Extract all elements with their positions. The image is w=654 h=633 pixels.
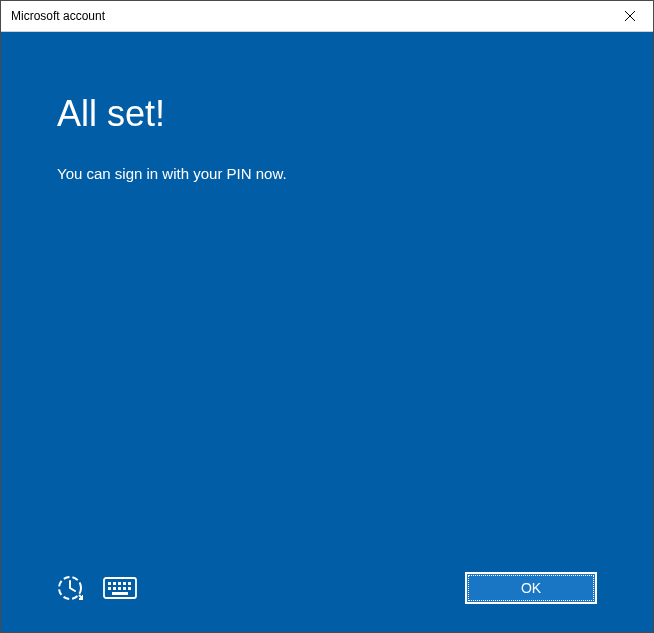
ease-of-access-icon bbox=[57, 575, 83, 601]
svg-rect-7 bbox=[123, 582, 126, 585]
svg-rect-9 bbox=[108, 587, 111, 590]
svg-rect-12 bbox=[123, 587, 126, 590]
close-icon bbox=[625, 11, 635, 21]
svg-rect-10 bbox=[113, 587, 116, 590]
ease-of-access-button[interactable] bbox=[57, 575, 83, 601]
on-screen-keyboard-button[interactable] bbox=[103, 577, 137, 599]
page-heading: All set! bbox=[57, 92, 597, 135]
svg-rect-8 bbox=[128, 582, 131, 585]
svg-rect-14 bbox=[112, 592, 128, 595]
svg-rect-13 bbox=[128, 587, 131, 590]
svg-rect-6 bbox=[118, 582, 121, 585]
page-message: You can sign in with your PIN now. bbox=[57, 165, 597, 182]
keyboard-icon bbox=[103, 577, 137, 599]
svg-rect-11 bbox=[118, 587, 121, 590]
window: Microsoft account All set! You can sign … bbox=[0, 0, 654, 633]
close-button[interactable] bbox=[607, 1, 653, 32]
ok-button[interactable]: OK bbox=[465, 572, 597, 604]
footer-left bbox=[57, 575, 137, 601]
svg-rect-5 bbox=[113, 582, 116, 585]
content-area: All set! You can sign in with your PIN n… bbox=[1, 32, 653, 632]
titlebar: Microsoft account bbox=[1, 1, 653, 32]
svg-rect-4 bbox=[108, 582, 111, 585]
footer: OK bbox=[57, 572, 597, 604]
window-title: Microsoft account bbox=[11, 9, 105, 23]
